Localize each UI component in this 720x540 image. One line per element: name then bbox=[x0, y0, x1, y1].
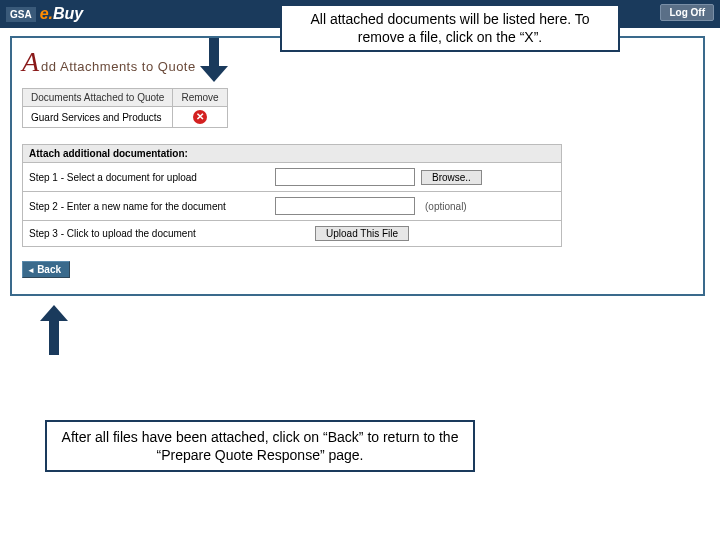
attachments-table: Documents Attached to Quote Remove Guard… bbox=[22, 88, 228, 128]
title-capital-a: A bbox=[22, 46, 39, 78]
step1-label: Step 1 - Select a document for upload bbox=[29, 172, 269, 183]
upload-step-2: Step 2 - Enter a new name for the docume… bbox=[22, 192, 562, 221]
logo-e: e. bbox=[40, 5, 53, 22]
document-name-input[interactable] bbox=[275, 197, 415, 215]
main-panel: A dd Attachments to Quote Documents Atta… bbox=[10, 36, 705, 296]
remove-icon[interactable]: ✕ bbox=[193, 110, 207, 124]
logoff-button[interactable]: Log Off bbox=[660, 4, 714, 21]
upload-file-button[interactable]: Upload This File bbox=[315, 226, 409, 241]
gsa-badge: GSA bbox=[6, 7, 36, 22]
col-remove: Remove bbox=[173, 89, 227, 107]
back-button[interactable]: Back bbox=[22, 261, 70, 278]
callout-top: All attached documents will be listed he… bbox=[280, 4, 620, 52]
step2-optional: (optional) bbox=[425, 201, 467, 212]
browse-button[interactable]: Browse.. bbox=[421, 170, 482, 185]
table-row: Guard Services and Products ✕ bbox=[23, 107, 228, 128]
upload-block: Attach additional documentation: Step 1 … bbox=[22, 144, 562, 247]
callout-bottom: After all files have been attached, clic… bbox=[45, 420, 475, 472]
step3-label: Step 3 - Click to upload the document bbox=[29, 228, 269, 239]
attachment-name: Guard Services and Products bbox=[23, 107, 173, 128]
logo-rest: Buy bbox=[53, 5, 83, 22]
ebuy-logo: e.Buy bbox=[40, 5, 84, 23]
upload-step-3: Step 3 - Click to upload the document Up… bbox=[22, 221, 562, 247]
col-documents: Documents Attached to Quote bbox=[23, 89, 173, 107]
upload-header: Attach additional documentation: bbox=[22, 144, 562, 163]
file-path-input[interactable] bbox=[275, 168, 415, 186]
title-text: dd Attachments to Quote bbox=[41, 59, 196, 74]
upload-step-1: Step 1 - Select a document for upload Br… bbox=[22, 163, 562, 192]
step2-label: Step 2 - Enter a new name for the docume… bbox=[29, 201, 269, 212]
